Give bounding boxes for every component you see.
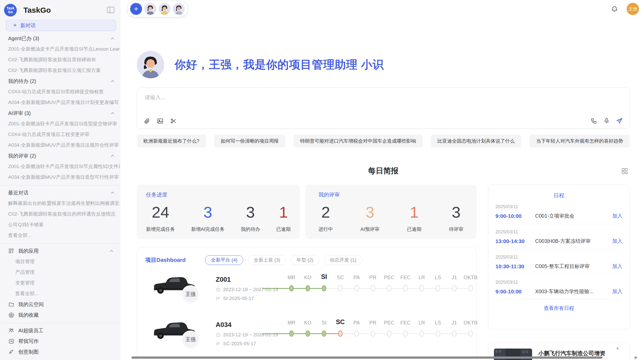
milestone-label: OKTB [461, 275, 480, 280]
sidebar-item-write[interactable]: 帮我写作 [0, 336, 120, 347]
join-link[interactable]: 加入 [612, 238, 622, 245]
suggestion-chip[interactable]: 欧洲新规最近颁布了什么? [137, 135, 206, 147]
project-row[interactable]: 王强A0342023-12-19 ~ 2026-01-19SC-2025-05-… [145, 317, 468, 360]
schedule-date: 2025/03/11 [495, 280, 622, 285]
milestone-dot [419, 285, 424, 291]
sidebar-item[interactable]: Z001-全新燃油皮卡产品开发项目SI节点Lesson Learn报告 [0, 44, 120, 54]
app-item-0[interactable]: 项目管理 [0, 256, 120, 267]
my-apps-header[interactable]: 我的应用 [0, 246, 120, 256]
project-flag-label: SI-2025-05-17 [223, 296, 254, 301]
project-row[interactable]: 王强Z0012023-12-19 ~ 2027-01-19SI-2025-05-… [145, 272, 468, 317]
sidebar-item[interactable]: C0X4-动力总成开发项目SI里程碑提交物检查 [0, 86, 120, 97]
sidebar-item-draw[interactable]: 创意制图 [0, 347, 120, 357]
sidebar-item-star-badge[interactable]: 我的收藏 [0, 310, 120, 320]
attachment-icon[interactable] [144, 118, 150, 124]
notification-bell-icon[interactable] [609, 5, 620, 13]
sidebar-collapse-icon[interactable] [106, 6, 115, 14]
app-item-2[interactable]: 变更管理 [0, 278, 120, 288]
project-dashboard-card: 项目Dashboard 全新平台 (4)全新上装 (3)年型 (2)动总开发 (… [137, 247, 477, 360]
view-all-conversations-link[interactable]: 查看全部... [0, 230, 120, 241]
topbar: + 王强 [120, 0, 644, 18]
sidebar-item[interactable]: C02-飞腾新能源轻客改款项目立项汇报方案 [0, 65, 120, 76]
view-all-schedule-link[interactable]: 查看所有日程 [495, 305, 622, 312]
project-image: 王强 [152, 272, 202, 317]
add-conversation-button[interactable]: + [130, 3, 142, 15]
sidebar-section-title: 我的待办 (2) [8, 78, 36, 85]
composer[interactable] [137, 87, 630, 129]
send-icon[interactable] [616, 117, 623, 124]
chevron-up-icon [111, 192, 114, 194]
project-dates: 2023-12-19 ~ 2027-01-19 [216, 287, 261, 292]
stat-value: 3 [246, 204, 255, 220]
sidebar-item[interactable]: C0X4-动力总成开发项目工程变更评审 [0, 129, 120, 140]
recent-conversations-header[interactable]: 最近对话 [0, 187, 120, 198]
recent-conversation-item[interactable]: C02-飞腾新能源轻客改款项目的闭环通告反馈情况 [0, 209, 120, 219]
dashboard-tab-3[interactable]: 动总开发 (1) [324, 255, 362, 265]
milestone-dot [322, 331, 326, 337]
schedule-date: 2025/03/11 [495, 254, 622, 260]
scissors-icon[interactable] [170, 118, 177, 124]
sidebar-section-title: 我的评审 (2) [8, 153, 36, 159]
view-all-apps-link[interactable]: 查看全部... [0, 288, 120, 299]
sidebar-item[interactable]: C02-飞腾新能源轻客改款项目里程碑画布 [0, 54, 120, 65]
sidebar-item[interactable]: A034-全新新能源MUV产品开发项目计划变更表编写 [0, 97, 120, 108]
my-apps: 我的应用项目管理产品管理变更管理查看全部... [0, 246, 120, 299]
sidebar-item[interactable]: Z001-全新燃油轻卡产品开发项目SI造型提交物评审 [0, 118, 120, 129]
conversation-avatar[interactable] [158, 3, 171, 15]
briefing-card-1: 我的评审2进行中3AI预评审1已逾期3待评审 [305, 185, 477, 239]
sidebar-section-header[interactable]: Agent已办 (3) [0, 33, 120, 44]
sidebar-utilities: 我的云空间我的收藏 [0, 299, 120, 320]
sidebar-item[interactable]: A034-全新新能源MUV产品开发项目法规符合性评审 [0, 140, 120, 151]
scroll-right-icon[interactable]: ▶ [635, 355, 638, 360]
sidebar-section-header[interactable]: AI评审 (3) [0, 108, 120, 118]
suggestion-chip[interactable]: 特朗普可能对进口汽车增税会对中国车企造成哪些影响 [294, 135, 423, 147]
right-column: 日程 2025/03/119:00-10:00C001-立项审批会加入2025/… [488, 185, 630, 360]
milestone-track: MRKOSISCPAPRPECFECLRLSJ1OKTB [262, 272, 479, 297]
dashboard-tab-0[interactable]: 全新平台 (4) [205, 255, 243, 265]
join-link[interactable]: 加入 [612, 263, 622, 270]
conversation-avatar[interactable] [173, 3, 185, 15]
suggestion-chip[interactable]: 当下年轻人对汽车外观有怎样的喜好趋势 [530, 135, 630, 147]
sidebar-item-cloud-folder[interactable]: 我的云空间 [0, 299, 120, 310]
divider [0, 185, 120, 185]
left-column: 任务进度24新增完成任务3新增AI完成任务3我的待办1已逾期我的评审2进行中3A… [137, 185, 477, 360]
project-info: A0342023-12-19 ~ 2026-01-19SC-2025-05-17 [216, 317, 261, 360]
chat-input[interactable] [144, 93, 587, 107]
milestone-dot [436, 331, 440, 337]
sidebar-section-header[interactable]: 我的评审 (2) [0, 151, 120, 161]
recent-conversation-item[interactable]: 解释最新出台的欧盟报废车法规再生塑料比例被调至15%... [0, 198, 120, 209]
stat-value: 3 [203, 204, 212, 220]
layout-grid-icon[interactable] [620, 167, 630, 175]
sidebar-item[interactable]: Z001-全新燃油轻卡产品开发项目SI节点属性5D文件评审 [0, 161, 120, 172]
dashboard-tab-1[interactable]: 全新上装 (3) [248, 255, 286, 265]
schedule-item: 2025/03/1113:00-14:30C003|H0B-方案冻结评审加入 [495, 224, 622, 249]
schedule-item: 2025/03/119:00-10:00X003-车辆动力学性能验...加入 [495, 275, 622, 300]
sidebar-item-ai-staff[interactable]: AI超级员工 [0, 325, 120, 336]
join-link[interactable]: 加入 [612, 288, 622, 295]
greeting-text: 你好，王强，我是你的项目管理助理 小识 [174, 57, 384, 72]
project-flag: SI-2025-05-17 [216, 296, 261, 301]
recent-conversation-item[interactable]: 公司Q3轻卡销量 [0, 219, 120, 230]
microphone-icon[interactable] [603, 117, 610, 124]
app-item-1[interactable]: 产品管理 [0, 267, 120, 278]
project-flag-label: SC-2025-05-17 [223, 341, 256, 347]
suggestion-chip[interactable]: 如何写一份清晰的项目周报 [214, 135, 285, 147]
dashboard-tab-2[interactable]: 年型 (2) [291, 255, 319, 265]
conversation-avatar[interactable] [144, 3, 156, 15]
user-avatar-badge[interactable]: 王强 [627, 3, 639, 15]
scroll-down-icon[interactable]: ▼ [616, 346, 620, 351]
join-link[interactable]: 加入 [612, 213, 622, 219]
project-owner-badge: 王强 [182, 285, 199, 303]
stat-item: 2进行中 [318, 204, 333, 233]
divider [0, 243, 120, 244]
suggestion-chip[interactable]: 比亚迪全固态电池计划具体说了什么 [431, 135, 521, 147]
sidebar-section-header[interactable]: 我的待办 (2) [0, 76, 120, 86]
sidebar-item[interactable]: A034-全新新能源MUV产品开发项目造型可行性评审 [0, 172, 120, 183]
schedule-list: 2025/03/119:00-10:00C001-立项审批会加入2025/03/… [495, 199, 622, 300]
image-icon[interactable] [157, 118, 164, 124]
horizontal-scrollbar[interactable] [131, 356, 603, 359]
milestone-dot [354, 331, 359, 337]
new-chat-button[interactable]: + 新对话 [6, 20, 116, 31]
sidebar-header: Task Go TaskGo [0, 3, 120, 17]
phone-call-icon[interactable] [591, 117, 597, 124]
